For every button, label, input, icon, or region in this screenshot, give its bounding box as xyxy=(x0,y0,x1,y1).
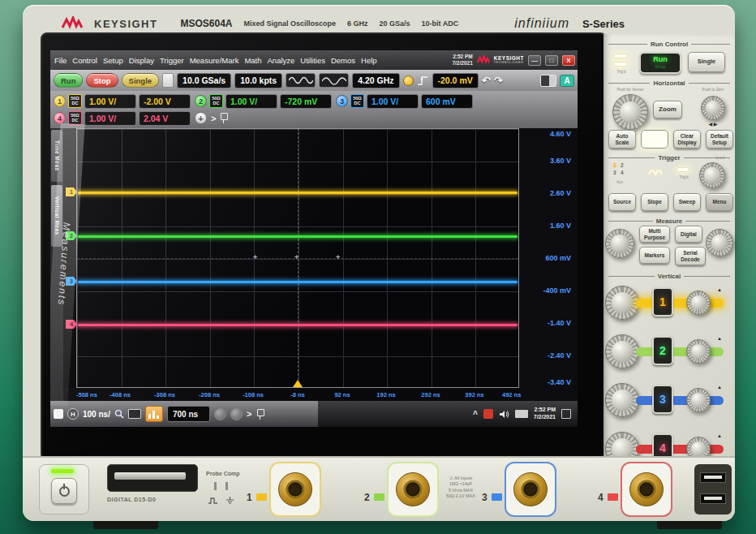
multi-purpose-button[interactable]: Multi Purpose xyxy=(639,226,670,243)
markers-button[interactable]: Markers xyxy=(639,247,670,264)
channel4-badge[interactable]: 4 xyxy=(54,112,66,124)
redo-icon[interactable]: ↷ xyxy=(494,75,503,86)
channel2-scale-knob[interactable] xyxy=(605,334,639,368)
window-maximize-button[interactable]: □ xyxy=(545,55,558,66)
window-minimize-button[interactable]: — xyxy=(528,55,541,66)
channel3-coupling-badge[interactable]: 50Ω DC xyxy=(350,94,364,108)
tab-vertical-meas[interactable]: Vertical Meas xyxy=(51,185,62,247)
single-button[interactable]: Single xyxy=(122,73,160,88)
search-zoom-icon[interactable] xyxy=(114,409,124,419)
channel2-coupling-badge[interactable]: 50Ω DC xyxy=(209,94,223,108)
channel2-badge[interactable]: 2 xyxy=(195,95,207,107)
channel1-offset-knob[interactable] xyxy=(686,291,711,315)
stop-button[interactable]: Stop xyxy=(86,73,118,88)
channel3-offset-box[interactable]: 600 mV xyxy=(421,94,473,109)
trigger-slope-button[interactable]: Slope xyxy=(641,193,668,211)
tray-clock[interactable]: 2:52 PM 7/2/2021 xyxy=(534,407,556,421)
run-button[interactable]: Run xyxy=(54,73,83,88)
tray-app-icon[interactable] xyxy=(483,409,493,419)
channel2-offset-box[interactable]: -720 mV xyxy=(280,94,332,109)
trigger-level-knob[interactable] xyxy=(699,162,725,188)
auto-vertical-scale-icon[interactable]: A xyxy=(560,75,574,87)
histogram-tool-icon[interactable] xyxy=(145,406,163,422)
trigger-level-box[interactable]: -20.0 mV xyxy=(432,73,479,88)
horizontal-delay-box[interactable]: 700 ns xyxy=(167,406,210,422)
menu-analyze[interactable]: Analyze xyxy=(268,56,295,65)
menu-display[interactable]: Display xyxy=(129,56,154,65)
menu-control[interactable]: Control xyxy=(72,56,97,65)
menu-help[interactable]: Help xyxy=(361,56,377,65)
horizontal-scale-value[interactable]: 100 ns/ xyxy=(83,410,110,419)
power-button[interactable] xyxy=(51,478,77,504)
channel4-ground-marker[interactable]: 4 xyxy=(66,320,77,329)
channel1-scale-box[interactable]: 1.00 V/ xyxy=(84,94,136,109)
trigger-edge-icon[interactable] xyxy=(417,75,429,86)
channel4-offset-box[interactable]: 2.04 V xyxy=(139,111,191,126)
channel3-group[interactable]: 3 50Ω DC 1.00 V/ 600 mV xyxy=(336,94,473,109)
window-close-button[interactable]: X xyxy=(562,55,575,66)
menu-setup[interactable]: Setup xyxy=(103,56,123,65)
menu-trigger[interactable]: Trigger xyxy=(160,56,184,65)
menu-utilities[interactable]: Utilities xyxy=(300,56,325,65)
keyboard-icon[interactable] xyxy=(515,410,528,418)
touch-button[interactable] xyxy=(641,130,668,149)
memory-depth-box[interactable]: 10.0 kpts xyxy=(234,73,282,88)
undo-icon[interactable]: ↶ xyxy=(482,75,491,86)
channel1-coupling-badge[interactable]: 50Ω DC xyxy=(68,94,82,108)
channel3-button[interactable]: 3 xyxy=(652,385,673,414)
tab-time-meas[interactable]: Time Meas xyxy=(51,130,62,182)
channel3-badge[interactable]: 3 xyxy=(336,95,348,107)
menu-math[interactable]: Math xyxy=(244,56,261,65)
touch-toggle-button[interactable] xyxy=(162,73,174,88)
zoom-button[interactable]: Zoom xyxy=(653,101,682,118)
measure-right-knob[interactable] xyxy=(706,229,733,256)
serial-decode-button[interactable]: Serial Decode xyxy=(675,247,706,265)
digital-button[interactable]: Digital xyxy=(675,226,702,243)
menu-measure-mark[interactable]: Measure/Mark xyxy=(190,56,239,65)
waveform-mode-icon[interactable] xyxy=(286,73,316,88)
horizontal-knob-icon[interactable]: H xyxy=(67,408,79,420)
acquisition-mode-icon[interactable] xyxy=(319,73,349,88)
channel2-group[interactable]: 2 50Ω DC 1.00 V/ -720 mV xyxy=(195,94,332,109)
channel1-button[interactable]: 1 xyxy=(652,287,673,317)
tool-icon-1[interactable] xyxy=(214,408,226,420)
volume-icon[interactable] xyxy=(499,410,509,419)
channel2-ground-marker[interactable]: 2 xyxy=(66,231,77,240)
menu-demos[interactable]: Demos xyxy=(331,56,355,65)
channel1-offset-box[interactable]: -2.00 V xyxy=(139,94,191,109)
channel2-offset-knob[interactable] xyxy=(686,339,711,364)
channel4-coupling-badge[interactable]: 50Ω DC xyxy=(68,111,82,125)
statusbar-pin-icon[interactable] xyxy=(256,409,264,420)
horizontal-scale-knob[interactable] xyxy=(612,94,648,130)
trigger-menu-button[interactable]: Menu xyxy=(706,193,733,211)
trigger-sweep-button[interactable]: Sweep xyxy=(673,193,701,211)
channel3-scale-knob[interactable] xyxy=(605,383,639,417)
pin-icon[interactable] xyxy=(220,113,227,123)
menu-file[interactable]: File xyxy=(54,56,67,65)
screen-icon[interactable] xyxy=(128,409,141,419)
channel2-scale-box[interactable]: 1.00 V/ xyxy=(226,94,277,109)
trigger-source-icon[interactable] xyxy=(403,75,414,86)
run-stop-button[interactable]: Run Stop xyxy=(639,52,681,74)
channel3-offset-knob[interactable] xyxy=(686,388,711,412)
trigger-source-button[interactable]: Source xyxy=(608,193,636,211)
channel1-scale-knob[interactable] xyxy=(605,286,639,320)
add-waveform-button[interactable]: + xyxy=(195,112,207,124)
channel4-group[interactable]: 4 50Ω DC 1.00 V/ 2.04 V xyxy=(54,111,191,126)
channel2-button[interactable]: 2 xyxy=(652,336,673,365)
app-icon[interactable] xyxy=(54,409,63,419)
display-layout-icon[interactable] xyxy=(540,75,556,87)
horizontal-position-knob[interactable] xyxy=(701,96,725,120)
expand-toolbar-icon[interactable]: > xyxy=(211,114,216,123)
channel1-group[interactable]: 1 50Ω DC 1.00 V/ -2.00 V xyxy=(54,94,191,109)
expand-statusbar-icon[interactable]: > xyxy=(247,409,251,419)
channel4-scale-box[interactable]: 1.00 V/ xyxy=(84,111,136,126)
trigger-time-marker[interactable] xyxy=(293,380,303,387)
notifications-icon[interactable] xyxy=(561,409,571,419)
channel3-ground-marker[interactable]: 3 xyxy=(66,277,77,286)
tool-icon-2[interactable] xyxy=(230,408,243,420)
channel1-badge[interactable]: 1 xyxy=(54,95,66,107)
clear-display-button[interactable]: Clear Display xyxy=(673,130,701,149)
sample-rate-box[interactable]: 10.0 GSa/s xyxy=(177,73,231,88)
channel3-scale-box[interactable]: 1.00 V/ xyxy=(367,94,419,109)
